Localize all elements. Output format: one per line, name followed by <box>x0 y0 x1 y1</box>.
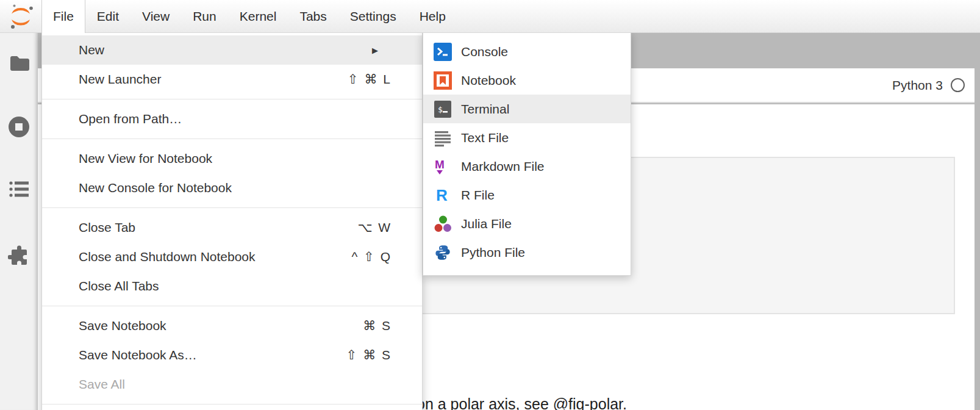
notebook-icon <box>434 71 452 90</box>
terminal-icon: $ <box>434 100 452 118</box>
menu-separator <box>42 404 422 405</box>
markdown-paragraph: on a polar axis, see @fig-polar. <box>417 395 627 410</box>
menu-separator <box>42 99 422 99</box>
menu-item-close-tab[interactable]: Close Tab ⌥ W <box>42 213 422 242</box>
submenu-item-notebook[interactable]: Notebook <box>423 66 631 95</box>
svg-text:$: $ <box>438 105 443 114</box>
shortcut-label: ⇧ ⌘ L <box>348 72 392 87</box>
menubar-item-run[interactable]: Run <box>181 0 228 33</box>
submenu-item-text-file[interactable]: Text File <box>423 123 631 152</box>
extension-manager-icon[interactable] <box>8 245 30 267</box>
file-menu-dropdown: New ▶ New Launcher ⇧ ⌘ L Open from Path…… <box>41 33 423 410</box>
shortcut-label: ⌥ W <box>357 220 392 235</box>
r-file-icon: R <box>434 186 452 204</box>
text-file-icon <box>434 129 452 147</box>
markdown-file-icon: M <box>434 157 452 176</box>
menubar-items: File Edit View Run Kernel Tabs Settings … <box>41 0 457 33</box>
submenu-item-markdown-file[interactable]: M Markdown File <box>423 152 631 181</box>
menu-item-new-console-for-notebook[interactable]: New Console for Notebook <box>42 173 422 203</box>
menubar-item-tabs[interactable]: Tabs <box>288 0 338 33</box>
submenu-item-python-file[interactable]: Python File <box>423 238 631 267</box>
submenu-item-console[interactable]: Console <box>423 37 631 66</box>
menubar-item-view[interactable]: View <box>131 0 181 33</box>
menu-item-new-launcher[interactable]: New Launcher ⇧ ⌘ L <box>42 65 422 94</box>
menubar-item-kernel[interactable]: Kernel <box>228 0 288 33</box>
submenu-item-terminal[interactable]: $ Terminal <box>423 95 631 123</box>
menu-separator <box>42 306 422 306</box>
shortcut-label: ⇧ ⌘ S <box>346 348 392 362</box>
file-browser-icon[interactable] <box>8 52 30 74</box>
submenu-arrow-icon: ▶ <box>372 46 378 55</box>
menubar-item-settings[interactable]: Settings <box>338 0 408 33</box>
new-submenu-dropdown: Console Notebook $ Terminal <box>423 32 631 276</box>
submenu-item-julia-file[interactable]: Julia File <box>423 209 631 238</box>
shortcut-label: ^ ⇧ Q <box>352 250 392 264</box>
menu-item-open-from-path[interactable]: Open from Path… <box>42 104 422 134</box>
menu-item-save-all[interactable]: Save All <box>42 370 422 399</box>
menubar-item-edit[interactable]: Edit <box>85 0 131 33</box>
menubar: File Edit View Run Kernel Tabs Settings … <box>0 0 980 33</box>
left-sidebar <box>0 33 38 410</box>
menu-separator <box>42 138 422 139</box>
submenu-item-r-file[interactable]: R R File <box>423 181 631 209</box>
menu-item-close-and-shutdown-notebook[interactable]: Close and Shutdown Notebook ^ ⇧ Q <box>42 242 422 272</box>
jupyter-logo-icon <box>7 3 34 30</box>
shortcut-label: ⌘ S <box>363 318 392 333</box>
kernel-name[interactable]: Python 3 <box>892 78 943 93</box>
menu-item-close-all-tabs[interactable]: Close All Tabs <box>42 272 422 301</box>
running-kernels-icon[interactable] <box>8 116 30 138</box>
menu-item-new-view-for-notebook[interactable]: New View for Notebook <box>42 144 422 173</box>
jupyterlab-window: Python 3 on a polar axis, see @fig-polar… <box>0 0 980 410</box>
menubar-item-help[interactable]: Help <box>408 0 457 33</box>
console-icon <box>434 43 452 61</box>
kernel-status-icon[interactable] <box>951 78 965 92</box>
julia-file-icon <box>434 215 452 233</box>
table-of-contents-icon[interactable] <box>8 178 30 200</box>
menu-separator <box>42 207 422 208</box>
menubar-item-file[interactable]: File <box>41 0 85 33</box>
svg-text:R: R <box>436 186 448 204</box>
svg-text:M: M <box>435 158 445 171</box>
menu-item-save-notebook-as[interactable]: Save Notebook As… ⇧ ⌘ S <box>42 340 422 370</box>
python-file-icon <box>434 243 452 262</box>
menu-item-new[interactable]: New ▶ <box>42 35 422 65</box>
menu-item-save-notebook[interactable]: Save Notebook ⌘ S <box>42 311 422 340</box>
